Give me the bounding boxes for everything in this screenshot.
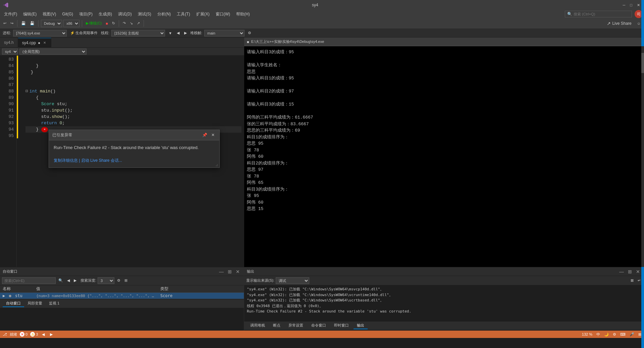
restart-button[interactable]: ↻ <box>111 20 116 26</box>
error-badge[interactable]: ✕ 0 <box>20 332 28 337</box>
scope-select-left[interactable]: sy4 <box>2 49 18 55</box>
scope-select-right[interactable]: (全局范围) <box>19 49 87 55</box>
moon-icon[interactable]: 🌙 <box>604 332 609 337</box>
expand-icon[interactable]: ▶ <box>3 293 5 298</box>
auto-prev-btn[interactable]: ◀ <box>66 278 71 283</box>
console-line-21: 阿伟 65 <box>247 180 641 186</box>
save-button[interactable]: 💾 <box>20 20 27 26</box>
nav-back-button[interactable]: ◀ <box>41 332 46 337</box>
lifecycle-events-button[interactable]: ⚡ 生命周期事件 <box>69 30 99 36</box>
save-all-button[interactable]: 💾 <box>29 20 36 26</box>
auto-settings-btn[interactable]: ⚙ <box>116 278 122 283</box>
keyboard-icon[interactable]: ⌨ <box>620 332 626 337</box>
auto-search-btn[interactable]: 🔍 <box>57 278 64 283</box>
menu-project[interactable]: 项目(P) <box>76 11 95 18</box>
menu-extensions[interactable]: 扩展(X) <box>194 11 212 18</box>
menu-file[interactable]: 文件(F) <box>1 11 20 18</box>
auto-minimize-button[interactable]: — <box>218 269 225 274</box>
window-controls[interactable]: ─ □ ✕ <box>622 2 641 8</box>
close-button[interactable]: ✕ <box>636 2 641 8</box>
tab-output[interactable]: 输出 <box>354 322 368 329</box>
tab-command-window[interactable]: 命令窗口 <box>308 322 329 329</box>
step-over-button[interactable]: ↷ <box>121 20 127 26</box>
output-source-select[interactable]: 调试 <box>276 277 309 284</box>
output-close-button[interactable]: ✕ <box>635 269 641 274</box>
stop-button[interactable]: ■ <box>104 21 109 26</box>
menu-tools[interactable]: 工具(T) <box>174 11 193 18</box>
auto-close-button[interactable]: ✕ <box>234 269 241 274</box>
menu-view[interactable]: 视图(V) <box>40 11 59 18</box>
console-line-12: 张的三科平均成绩为：83.6667 <box>247 121 641 128</box>
lang-indicator[interactable]: 中 <box>596 332 600 337</box>
tab-immediate-window[interactable]: 即时窗口 <box>331 322 352 329</box>
popup-close-button[interactable]: ✕ <box>210 132 216 138</box>
output-minimize-button[interactable]: — <box>618 269 625 274</box>
popup-pin-button[interactable]: 📌 <box>201 132 209 138</box>
menu-window[interactable]: 窗口(W) <box>213 11 233 18</box>
menu-build[interactable]: 生成(B) <box>96 11 115 18</box>
output-line-5: Run-Time Check Failure #2 - Stack around… <box>247 309 641 315</box>
redo-button[interactable]: ↪ <box>9 20 15 26</box>
tab-sy4h[interactable]: sy4.h <box>0 38 18 47</box>
console-line-4: 思思 <box>247 69 641 75</box>
auto-next-btn[interactable]: ▶ <box>72 278 78 283</box>
popup-resize-handle[interactable]: ⊿ <box>215 163 218 167</box>
auto-extra-btn[interactable]: ⊞ <box>123 278 129 283</box>
table-row[interactable]: ▶ ● stu {num=3 name=0x0133ee80 {"...", "… <box>0 293 244 299</box>
auto-dock-button[interactable]: ⊞ <box>226 269 233 274</box>
output-toolbar: 显示输出来源(S): 调试 ⊠ ↵ <box>244 276 644 285</box>
stack-select[interactable]: main <box>204 30 245 37</box>
menu-analyze[interactable]: 分析(N) <box>155 11 174 18</box>
mic-icon[interactable]: 🎤 <box>630 332 634 337</box>
tab-locals[interactable]: 局部变量 <box>24 300 46 307</box>
settings-icon[interactable]: ⚙ <box>613 332 616 337</box>
thread-nav-next[interactable]: ▶ <box>183 30 188 36</box>
tab-exception-settings[interactable]: 异常设置 <box>285 322 307 329</box>
stack-settings[interactable]: ⚙ <box>247 30 253 36</box>
warning-badge[interactable]: ⚠ 3 <box>30 332 38 337</box>
maximize-button[interactable]: □ <box>629 2 634 8</box>
tab-sy4cpp[interactable]: sy4.cpp ● ✕ <box>18 38 52 47</box>
search-input[interactable] <box>574 12 627 16</box>
thread-nav-prev[interactable]: ◀ <box>175 30 181 36</box>
grid-icon[interactable]: ⊞ <box>638 332 641 337</box>
nav-forward-button[interactable]: ▶ <box>49 332 54 337</box>
platform-select[interactable]: x86 <box>63 20 79 27</box>
tab-breakpoints[interactable]: 断点 <box>270 322 284 329</box>
continue-button[interactable]: ▶ 继续(C) <box>85 20 103 26</box>
tab-auto-window[interactable]: 自动窗口 <box>3 300 24 307</box>
debug-config-select[interactable]: Debug <box>41 20 62 27</box>
copy-details-link[interactable]: 复制详细信息 <box>54 158 78 163</box>
output-dock-button[interactable]: ⊞ <box>627 269 633 274</box>
editor-tab-bar: sy4.h sy4.cpp ● ✕ <box>0 38 244 48</box>
code-line-84: } <box>25 63 241 69</box>
menu-edit[interactable]: 编辑(E) <box>20 11 39 18</box>
console-line-5: 请输入科目1的成绩：95 <box>247 75 641 82</box>
tab-callstack[interactable]: 调用堆栈 <box>247 322 268 329</box>
step-into-button[interactable]: ↘ <box>128 20 134 26</box>
filter-button[interactable]: ▼ <box>167 30 173 36</box>
thread-select[interactable]: [15236] 主线程 <box>111 30 165 37</box>
console-line-2 <box>247 56 641 62</box>
menu-help[interactable]: 帮助(H) <box>233 11 253 18</box>
menu-test[interactable]: 测试(S) <box>135 11 154 18</box>
step-out-button[interactable]: ↗ <box>136 20 141 26</box>
search-depth-select[interactable]: 3 <box>98 277 114 284</box>
menu-debug[interactable]: 调试(D) <box>115 11 135 18</box>
menu-git[interactable]: Git(G) <box>59 11 76 17</box>
zoom-level[interactable]: 132 % <box>582 332 592 336</box>
tab-watch1[interactable]: 监视 1 <box>46 300 63 307</box>
console-line-8 <box>247 95 641 101</box>
process-select[interactable]: [7640] sy4.exe <box>13 30 67 37</box>
tab-close-button[interactable]: ✕ <box>42 41 47 45</box>
minimize-button[interactable]: ─ <box>622 2 627 8</box>
console-scrollbar[interactable] <box>641 46 644 267</box>
undo-button[interactable]: ↩ <box>2 20 8 26</box>
auto-search-input[interactable] <box>2 277 56 284</box>
live-share-button[interactable]: ↗ Live Share <box>604 20 634 27</box>
console-scrollbar-thumb[interactable] <box>641 53 644 73</box>
live-share-session-link[interactable]: 启动 Live Share 会话... <box>81 158 122 163</box>
console-title-text: E:\大三上\c++实验\实验4\sy4\Debug\sy4.exe <box>251 39 324 44</box>
output-panel-tab-bar: 输出 — ⊞ ✕ <box>244 267 644 276</box>
output-clear-btn[interactable]: ⊠ <box>629 278 635 283</box>
